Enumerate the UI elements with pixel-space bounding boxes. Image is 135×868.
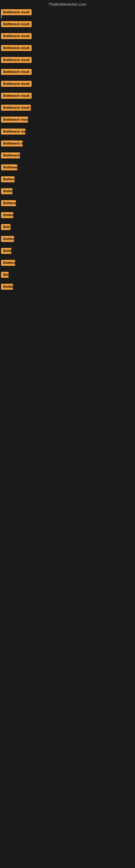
bottleneck-item-7[interactable]: Bottleneck result: [1, 81, 32, 87]
bottleneck-row-14: Bottleneck result: [0, 163, 135, 175]
items-list: Bottleneck resultBottleneck resultBottle…: [0, 8, 135, 294]
bottleneck-row-4: Bottleneck result: [0, 43, 135, 55]
bottleneck-row-6: Bottleneck result: [0, 67, 135, 79]
bottleneck-row-1: Bottleneck result: [0, 8, 135, 20]
bottleneck-item-1[interactable]: Bottleneck result: [1, 9, 32, 15]
bottleneck-item-23[interactable]: Bot: [1, 272, 9, 278]
bottleneck-row-10: Bottleneck result: [0, 115, 135, 127]
bottleneck-item-3[interactable]: Bottleneck result: [1, 33, 32, 39]
bottleneck-item-11[interactable]: Bottleneck result: [1, 129, 26, 134]
cursor-indicator: [1, 10, 2, 19]
bottleneck-item-19[interactable]: Bott: [1, 224, 10, 230]
page-container: TheBottlenecker.com Bottleneck resultBot…: [0, 0, 135, 375]
spacer-2: [0, 354, 135, 375]
bottleneck-row-9: Bottleneck result: [0, 103, 135, 115]
bottleneck-row-21: Bottler: [0, 246, 135, 258]
bottleneck-row-7: Bottleneck result: [0, 79, 135, 91]
spacer-1: [0, 294, 135, 354]
bottleneck-row-23: Bot: [0, 270, 135, 282]
bottleneck-row-19: Bott: [0, 222, 135, 235]
bottleneck-item-8[interactable]: Bottleneck result: [1, 93, 32, 99]
bottleneck-item-14[interactable]: Bottleneck result: [1, 164, 17, 170]
bottleneck-item-2[interactable]: Bottleneck result: [1, 21, 32, 27]
bottleneck-item-10[interactable]: Bottleneck result: [1, 117, 28, 123]
bottleneck-row-12: Bottleneck result: [0, 139, 135, 151]
bottleneck-row-24: Bottlene: [0, 282, 135, 294]
bottleneck-row-20: Bottlene: [0, 235, 135, 246]
bottleneck-item-16[interactable]: Bottlenec: [1, 188, 12, 194]
bottleneck-item-4[interactable]: Bottleneck result: [1, 45, 32, 51]
bottleneck-item-5[interactable]: Bottleneck result: [1, 57, 32, 63]
bottleneck-row-13: Bottleneck result: [0, 151, 135, 163]
bottleneck-item-22[interactable]: Bottleneck: [1, 260, 15, 266]
bottleneck-row-2: Bottleneck result: [0, 20, 135, 31]
bottleneck-item-24[interactable]: Bottlene: [1, 284, 13, 290]
bottleneck-item-15[interactable]: Bottleneck res: [1, 176, 14, 182]
bottleneck-row-15: Bottleneck res: [0, 175, 135, 187]
bottleneck-item-17[interactable]: Bottleneck r: [1, 200, 16, 206]
bottleneck-item-21[interactable]: Bottler: [1, 248, 11, 254]
bottleneck-row-22: Bottleneck: [0, 258, 135, 270]
bottleneck-row-8: Bottleneck result: [0, 91, 135, 103]
bottleneck-item-12[interactable]: Bottleneck result: [1, 141, 23, 147]
site-title: TheBottlenecker.com: [0, 0, 135, 8]
bottleneck-item-20[interactable]: Bottlene: [1, 236, 14, 242]
bottleneck-row-18: Bottlene: [0, 211, 135, 222]
bottleneck-row-5: Bottleneck result: [0, 55, 135, 67]
bottleneck-row-3: Bottleneck result: [0, 31, 135, 43]
bottleneck-item-9[interactable]: Bottleneck result: [1, 105, 31, 111]
bottleneck-item-6[interactable]: Bottleneck result: [1, 69, 32, 75]
bottleneck-item-13[interactable]: Bottleneck result: [1, 152, 20, 158]
bottleneck-row-11: Bottleneck result: [0, 127, 135, 139]
bottleneck-item-18[interactable]: Bottlene: [1, 212, 13, 218]
bottleneck-row-17: Bottleneck r: [0, 198, 135, 211]
bottleneck-row-16: Bottlenec: [0, 187, 135, 198]
